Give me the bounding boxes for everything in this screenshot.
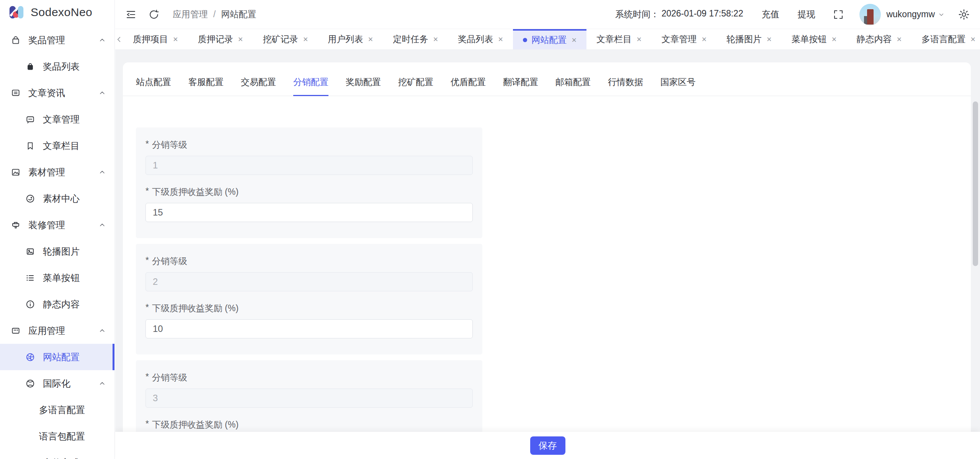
field-label: * 下级质押收益奖励 (%) xyxy=(145,302,473,314)
save-button[interactable]: 保存 xyxy=(530,436,565,455)
field-label: * 分销等级 xyxy=(145,255,473,267)
recharge-link[interactable]: 充值 xyxy=(761,8,779,20)
sidebar-group-i18n[interactable]: 国际化 xyxy=(0,370,114,397)
avatar[interactable] xyxy=(859,4,881,25)
required-mark: * xyxy=(145,139,149,151)
tab-multilang-config[interactable]: 多语言配置× xyxy=(911,29,980,49)
tabs-scroll-left-button[interactable] xyxy=(115,29,123,49)
tab-prize-list[interactable]: 奖品列表× xyxy=(448,29,513,49)
fullscreen-icon[interactable] xyxy=(833,9,844,20)
field-label: * 分销等级 xyxy=(145,372,473,384)
sidebar-item-prize-list[interactable]: 奖品列表 xyxy=(0,53,114,80)
required-mark: * xyxy=(145,186,149,198)
config-tab-reward[interactable]: 奖励配置 xyxy=(346,76,381,96)
required-mark: * xyxy=(145,302,149,314)
sidebar-item-langpack-config[interactable]: 语言包配置 xyxy=(0,423,114,449)
config-tab-service[interactable]: 客服配置 xyxy=(188,76,224,96)
tab-pledge-project[interactable]: 质押项目× xyxy=(123,29,188,49)
config-tab-market-data[interactable]: 行情数据 xyxy=(608,76,643,96)
sidebar-menu: 奖品管理 奖品列表 文章资讯 文章管理 文章栏目 素材管理 素材中心 xyxy=(0,25,114,459)
sidebar-item-multilang-config[interactable]: 多语言配置 xyxy=(0,397,114,423)
close-icon[interactable]: × xyxy=(970,35,975,44)
config-tab-site[interactable]: 站点配置 xyxy=(136,76,171,96)
tab-site-config[interactable]: 网站配置× xyxy=(513,29,586,49)
close-icon[interactable]: × xyxy=(368,35,373,44)
sidebar-item-recharge-method[interactable]: 充值方式 xyxy=(0,449,114,459)
site-config-icon xyxy=(25,352,35,362)
config-tab-translate[interactable]: 翻译配置 xyxy=(503,76,538,96)
close-icon[interactable]: × xyxy=(767,35,772,44)
level-input-1 xyxy=(145,156,473,175)
sidebar-item-carousel[interactable]: 轮播图片 xyxy=(0,238,114,265)
tab-carousel[interactable]: 轮播图片× xyxy=(717,29,782,49)
reward-input-1[interactable] xyxy=(145,203,473,222)
sidebar: SodexoNeo 奖品管理 奖品列表 文章资讯 文章管理 文章栏目 素材管理 xyxy=(0,0,115,459)
sidebar-group-material[interactable]: 素材管理 xyxy=(0,159,114,185)
sidebar-item-static-content[interactable]: 静态内容 xyxy=(0,291,114,317)
page-tab-bar: 质押项目× 质押记录× 挖矿记录× 用户列表× 定时任务× 奖品列表× 网站配置… xyxy=(115,29,980,50)
sidebar-group-application[interactable]: 应用管理 xyxy=(0,317,114,344)
sidebar-item-material-center[interactable]: 素材中心 xyxy=(0,185,114,212)
close-icon[interactable]: × xyxy=(702,35,707,44)
sidebar-group-article[interactable]: 文章资讯 xyxy=(0,80,114,106)
info-icon xyxy=(25,299,35,309)
tab-article-manage[interactable]: 文章管理× xyxy=(652,29,717,49)
close-icon[interactable]: × xyxy=(433,35,438,44)
reward-input-2[interactable] xyxy=(145,319,473,338)
tab-menu-button[interactable]: 菜单按钮× xyxy=(782,29,847,49)
chevron-up-icon xyxy=(98,168,106,176)
refresh-icon[interactable] xyxy=(148,9,160,20)
distribution-level-card-2: * 分销等级 * 下级质押收益奖励 (%) xyxy=(136,244,482,354)
collapse-menu-icon[interactable] xyxy=(125,9,137,20)
config-tab-country-code[interactable]: 国家区号 xyxy=(660,76,696,96)
gear-icon[interactable] xyxy=(958,8,970,21)
chevron-left-icon xyxy=(115,36,123,43)
scrollbar-thumb[interactable] xyxy=(973,101,978,266)
wallet-icon xyxy=(25,458,35,459)
tab-pledge-record[interactable]: 质押记录× xyxy=(188,29,253,49)
sidebar-group-prize[interactable]: 奖品管理 xyxy=(0,27,114,53)
config-tabs: 站点配置 客服配置 交易配置 分销配置 奖励配置 挖矿配置 优盾配置 翻译配置 … xyxy=(123,62,971,96)
bookmark-icon xyxy=(25,141,35,151)
close-icon[interactable]: × xyxy=(832,35,837,44)
sidebar-item-site-config[interactable]: 网站配置 xyxy=(0,344,114,370)
config-tab-distribution[interactable]: 分销配置 xyxy=(293,76,328,96)
field-label: * 下级质押收益奖励 (%) xyxy=(145,186,473,198)
breadcrumb-separator: / xyxy=(213,9,216,20)
tab-article-category[interactable]: 文章栏目× xyxy=(586,29,652,49)
field-label: * 分销等级 xyxy=(145,139,473,151)
sidebar-item-article-category[interactable]: 文章栏目 xyxy=(0,132,114,159)
user-menu[interactable]: wukongymw xyxy=(886,9,945,20)
close-icon[interactable]: × xyxy=(173,35,178,44)
sidebar-item-menu-button[interactable]: 菜单按钮 xyxy=(0,265,114,291)
close-icon[interactable]: × xyxy=(897,35,902,44)
close-icon[interactable]: × xyxy=(637,35,642,44)
tab-scheduled-task[interactable]: 定时任务× xyxy=(383,29,448,49)
level-input-3 xyxy=(145,389,473,408)
menu-list-icon xyxy=(25,273,35,283)
tab-static-content[interactable]: 静态内容× xyxy=(846,29,911,49)
app-card-icon xyxy=(11,326,21,336)
close-icon[interactable]: × xyxy=(303,35,308,44)
chat-icon xyxy=(25,114,35,124)
distribution-level-card-1: * 分销等级 * 下级质押收益奖励 (%) xyxy=(136,127,482,238)
distribution-form: * 分销等级 * 下级质押收益奖励 (%) * 分销等级 * 下级质 xyxy=(123,96,971,459)
withdraw-link[interactable]: 提现 xyxy=(797,8,815,20)
tab-mining-record[interactable]: 挖矿记录× xyxy=(253,29,318,49)
chevron-up-icon xyxy=(98,89,106,97)
site-config-panel: 站点配置 客服配置 交易配置 分销配置 奖励配置 挖矿配置 优盾配置 翻译配置 … xyxy=(123,62,971,459)
close-icon[interactable]: × xyxy=(238,35,243,44)
close-icon[interactable]: × xyxy=(498,35,503,44)
config-tab-mailbox[interactable]: 邮箱配置 xyxy=(555,76,591,96)
config-tab-shield[interactable]: 优盾配置 xyxy=(451,76,486,96)
chevron-up-icon xyxy=(98,380,106,387)
tab-user-list[interactable]: 用户列表× xyxy=(318,29,383,49)
config-tab-trade[interactable]: 交易配置 xyxy=(241,76,276,96)
sidebar-item-article-manage[interactable]: 文章管理 xyxy=(0,106,114,132)
prize-bag-icon xyxy=(25,62,35,72)
breadcrumb-section[interactable]: 应用管理 xyxy=(173,8,208,20)
sidebar-group-decorate[interactable]: 装修管理 xyxy=(0,212,114,238)
close-icon[interactable]: × xyxy=(572,36,577,44)
config-tab-mining[interactable]: 挖矿配置 xyxy=(398,76,433,96)
app-logo[interactable]: SodexoNeo xyxy=(0,0,114,25)
